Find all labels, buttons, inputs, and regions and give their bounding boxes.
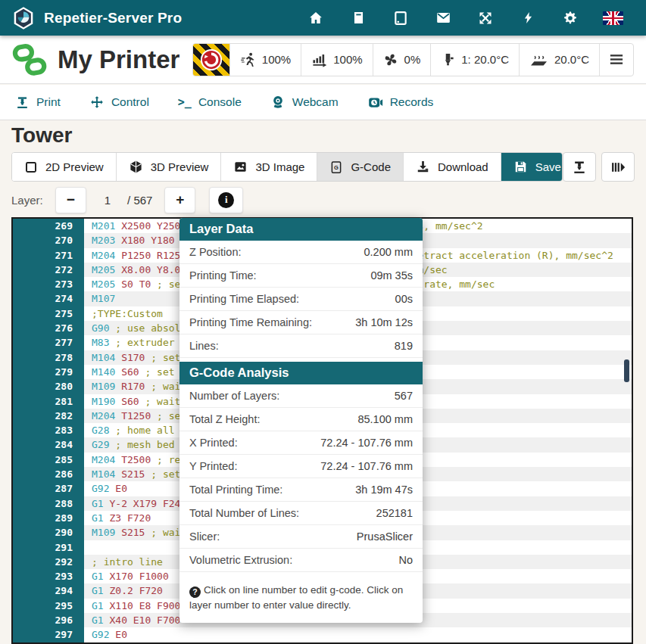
- tab-console[interactable]: Console: [178, 95, 242, 109]
- popup-help-text: Click on line number to edit g-code. Cli…: [189, 584, 403, 611]
- gcode-line-number[interactable]: 285: [13, 453, 84, 467]
- printer-tabs: Print Control Console Webcam: [0, 85, 646, 120]
- gcode-line-number[interactable]: 286: [13, 467, 84, 481]
- info-row: Slicer:PrusaSlicer: [179, 525, 423, 549]
- download-button[interactable]: Download: [403, 153, 501, 181]
- extruder-nozzle-icon: [441, 52, 455, 67]
- app-logo-icon: [12, 6, 35, 30]
- gcode-line-number[interactable]: 283: [13, 423, 84, 437]
- speed-value: 100%: [262, 53, 291, 66]
- gcode-line-number[interactable]: 269: [13, 219, 84, 233]
- gcode-line-number[interactable]: 273: [13, 277, 84, 291]
- tab-records[interactable]: Records: [367, 95, 434, 110]
- gcode-line-number[interactable]: 280: [13, 379, 84, 394]
- preview-3d-button[interactable]: 3D Preview: [116, 153, 221, 181]
- gcode-line-number[interactable]: 277: [13, 335, 84, 350]
- tab-control[interactable]: Control: [89, 95, 149, 110]
- gcode-analysis-rows: Number of Layers:567Total Z Height:85.10…: [179, 384, 423, 572]
- gcode-analysis-header: G-Code Analysis: [179, 362, 423, 384]
- info-row: Y Printed:72.24 - 107.76 mm: [179, 455, 423, 478]
- gcode-line-number[interactable]: 291: [13, 540, 84, 555]
- tablet-icon[interactable]: [379, 11, 422, 26]
- gcode-label: G-Code: [351, 160, 391, 173]
- print-nozzle-icon: [15, 95, 30, 110]
- fast-forward-button[interactable]: [601, 152, 635, 182]
- gcode-line-number[interactable]: 272: [13, 263, 84, 277]
- layer-info-popup: Layer Data Z Position:0.200 mmPrinting T…: [179, 218, 423, 623]
- gcode-line-number[interactable]: 284: [13, 437, 84, 452]
- fan-button[interactable]: 0%: [373, 44, 431, 76]
- top-navbar: Repetier-Server Pro: [0, 0, 646, 36]
- print-file-button[interactable]: [563, 152, 596, 182]
- cube-icon: [129, 160, 143, 174]
- info-row-value: 252181: [376, 507, 413, 519]
- tab-print[interactable]: Print: [15, 95, 61, 110]
- preview-2d-button[interactable]: 2D Preview: [12, 153, 116, 181]
- gcode-line-number[interactable]: 292: [13, 555, 84, 569]
- info-row-label: Y Printed:: [189, 460, 237, 472]
- gcode-line-number[interactable]: 296: [13, 613, 84, 627]
- extruder-temp-button[interactable]: 1: 20.0°C: [430, 44, 519, 76]
- layer-decrement-button[interactable]: [55, 187, 86, 213]
- save-gcode-button[interactable]: Save G-Code: [501, 153, 563, 181]
- speed-button[interactable]: 100%: [229, 44, 301, 76]
- tab-webcam[interactable]: Webcam: [270, 95, 339, 110]
- gcode-line-number[interactable]: 278: [13, 350, 84, 365]
- gcode-line-number[interactable]: 279: [13, 365, 84, 379]
- speed-runner-icon: [240, 51, 256, 67]
- flow-value: 100%: [333, 53, 362, 66]
- emergency-stop-button[interactable]: [193, 44, 229, 76]
- info-row-value: 567: [395, 390, 413, 402]
- gcode-line-number[interactable]: 271: [13, 248, 84, 263]
- language-flag-icon[interactable]: [591, 11, 634, 25]
- info-row-label: Total Printing Time:: [189, 484, 282, 496]
- gcode-line-number[interactable]: 288: [13, 496, 84, 511]
- printer-box-icon[interactable]: [337, 11, 379, 25]
- printer-status-bar: 100% 100% 0%: [192, 43, 634, 76]
- info-row: Total Z Height:85.100 mm: [179, 408, 423, 431]
- image-3d-button[interactable]: 3D Image: [220, 153, 317, 181]
- info-row-label: X Printed:: [189, 437, 238, 449]
- gcode-line-number[interactable]: 290: [13, 525, 84, 540]
- settings-gear-icon[interactable]: [549, 11, 591, 26]
- gcode-button[interactable]: G G-Code: [317, 153, 403, 181]
- gcode-line-number[interactable]: 294: [13, 583, 84, 598]
- scrollbar-thumb[interactable]: [624, 359, 629, 382]
- gcode-line-number[interactable]: 276: [13, 321, 84, 335]
- image-icon: [233, 160, 248, 174]
- square-outline-icon: [24, 160, 38, 174]
- fullscreen-icon[interactable]: [464, 11, 507, 26]
- gcode-line-number[interactable]: 281: [13, 394, 84, 409]
- gcode-line-number[interactable]: 275: [13, 306, 84, 321]
- info-row: X Printed:72.24 - 107.76 mm: [179, 431, 423, 455]
- move-arrows-icon: [89, 95, 105, 110]
- info-row-label: Printing Time Remaining:: [189, 316, 312, 328]
- info-row-label: Printing Time:: [189, 269, 257, 282]
- gcode-row: 297G92 E0: [13, 627, 632, 642]
- gcode-line-number[interactable]: 282: [13, 409, 84, 423]
- layer-current-value[interactable]: 1: [105, 194, 111, 207]
- layer-increment-button[interactable]: [164, 187, 195, 213]
- download-label: Download: [438, 160, 488, 173]
- gcode-line-number[interactable]: 297: [13, 627, 84, 642]
- info-row: Printing Time Elapsed:00s: [179, 288, 423, 311]
- info-row-label: Number of Layers:: [189, 390, 279, 402]
- home-icon[interactable]: [295, 11, 337, 26]
- flow-button[interactable]: 100%: [301, 44, 372, 76]
- gcode-line-number[interactable]: 293: [13, 569, 84, 583]
- printer-menu-button[interactable]: [599, 44, 633, 76]
- tab-console-label: Console: [198, 95, 242, 109]
- image-3d-label: 3D Image: [255, 160, 304, 173]
- skip-bars-icon: [610, 160, 626, 175]
- gcode-line-number[interactable]: 287: [13, 481, 84, 496]
- layer-info-button[interactable]: [209, 187, 243, 213]
- bed-temp-button[interactable]: 20.0°C: [519, 44, 599, 76]
- gcode-line-number[interactable]: 274: [13, 291, 84, 306]
- gcode-line-number[interactable]: 270: [13, 233, 84, 247]
- power-bolt-icon[interactable]: [507, 11, 549, 25]
- gcode-toolbar: 2D Preview 3D Preview 3D Image G G-Code …: [11, 152, 635, 182]
- mail-icon[interactable]: [422, 10, 464, 26]
- info-row-value: 09m 35s: [370, 269, 413, 282]
- gcode-line-number[interactable]: 295: [13, 599, 84, 613]
- gcode-line-number[interactable]: 289: [13, 511, 84, 525]
